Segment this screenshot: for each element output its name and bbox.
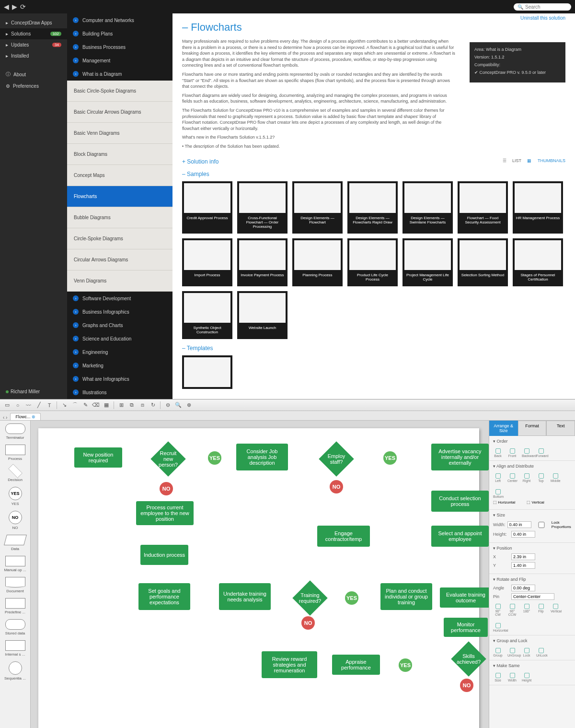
category-item[interactable]: ›Business Processes bbox=[67, 40, 172, 54]
props-action-icon[interactable]: ▢Top bbox=[536, 471, 546, 482]
flowchart-process[interactable]: Appraise performance bbox=[332, 655, 380, 675]
view-thumbs-button[interactable]: ▦ THUMBNAILS bbox=[527, 158, 565, 163]
x-input[interactable] bbox=[511, 553, 535, 560]
props-action-icon[interactable]: ▢Lock bbox=[522, 646, 531, 657]
flowchart-decision[interactable]: Skills achieved? bbox=[451, 641, 486, 677]
table-tool-icon[interactable]: ▦ bbox=[103, 402, 110, 409]
nav-forward-icon[interactable]: ▶ bbox=[12, 3, 17, 11]
nav-preferences[interactable]: ⚙ Preferences bbox=[0, 81, 67, 92]
sample-thumb[interactable]: Design Elements — Flowchart bbox=[292, 181, 343, 234]
props-action-icon[interactable]: ▢Center bbox=[507, 471, 517, 482]
palette-shape[interactable]: YESYES bbox=[3, 487, 27, 506]
flowchart-process[interactable]: Conduct selection process bbox=[431, 491, 489, 512]
props-tab[interactable]: Text bbox=[546, 421, 575, 436]
flowchart-process[interactable]: Advertise vacancy internally and/or exte… bbox=[431, 444, 489, 470]
sample-thumb[interactable]: Import Process bbox=[182, 238, 232, 286]
lock-proportions-checkbox[interactable] bbox=[533, 522, 550, 528]
eraser-tool-icon[interactable]: ⌫ bbox=[92, 402, 99, 409]
palette-shape[interactable]: Process bbox=[3, 445, 27, 461]
nav-item[interactable]: ▸Installed bbox=[0, 50, 67, 61]
zoom-out-icon[interactable]: ⊖ bbox=[164, 402, 171, 409]
palette-shape[interactable]: Data bbox=[3, 535, 27, 551]
width-input[interactable] bbox=[507, 521, 531, 528]
sample-thumb[interactable]: Project Management Life Cycle bbox=[402, 238, 453, 286]
subcategory-item[interactable]: Block Diagrams bbox=[67, 144, 172, 165]
flowchart-process[interactable]: Select and appoint employee bbox=[431, 526, 489, 547]
sample-thumb[interactable]: Synthetic Object Construction bbox=[182, 291, 232, 339]
y-input[interactable] bbox=[511, 562, 535, 569]
sample-thumb[interactable]: Selection Sorting Method bbox=[458, 238, 508, 286]
category-item[interactable]: ›Business Infographics bbox=[67, 305, 172, 318]
flowchart-connector[interactable]: NO bbox=[330, 480, 343, 493]
pointer-tool-icon[interactable]: ▭ bbox=[4, 402, 11, 409]
props-action-icon[interactable]: ▢Back bbox=[493, 446, 503, 458]
category-item[interactable]: ›Building Plans bbox=[67, 27, 172, 40]
category-item[interactable]: ›Illustrations bbox=[67, 386, 172, 399]
flowchart-process[interactable]: Review reward strategies and remuneratio… bbox=[262, 651, 317, 678]
category-item[interactable]: ›Engineering bbox=[67, 345, 172, 359]
templates-header[interactable]: – Templates bbox=[182, 345, 565, 352]
sample-thumb[interactable]: Product Life Cycle Process bbox=[347, 238, 398, 286]
category-item[interactable]: ›What are Infographics bbox=[67, 372, 172, 386]
subcategory-item[interactable]: Basic Circle-Spoke Diagrams bbox=[67, 81, 172, 102]
flowchart-process[interactable]: Plan and conduct individual or group tra… bbox=[380, 583, 432, 610]
sample-thumb[interactable]: Cross-Functional Flowchart — Order Proce… bbox=[237, 181, 288, 234]
text-tool-icon[interactable]: T bbox=[46, 402, 53, 409]
category-item[interactable]: ›Science and Education bbox=[67, 332, 172, 345]
view-list-button[interactable]: ☰ LIST bbox=[503, 158, 521, 163]
props-action-icon[interactable]: ▢Middle bbox=[551, 471, 560, 482]
category-item[interactable]: ›Software Development bbox=[67, 292, 172, 305]
category-item[interactable]: ›Management bbox=[67, 54, 172, 67]
rotate-tool-icon[interactable]: ↻ bbox=[150, 402, 156, 409]
props-action-icon[interactable]: ▢Height bbox=[522, 671, 531, 682]
flowchart-process[interactable]: New position required bbox=[74, 447, 122, 468]
nav-item[interactable]: ▸Solutions102 bbox=[0, 28, 67, 39]
arc-tool-icon[interactable]: ⌒ bbox=[71, 402, 78, 409]
props-action-icon[interactable]: ▢Left bbox=[493, 471, 503, 482]
nav-back-icon[interactable]: ◀ bbox=[4, 3, 9, 11]
sample-thumb[interactable]: Planning Process bbox=[292, 238, 343, 286]
subcategory-item[interactable]: Basic Venn Diagrams bbox=[67, 123, 172, 144]
template-thumb[interactable] bbox=[182, 355, 232, 389]
category-item[interactable]: ›Graphs and Charts bbox=[67, 318, 172, 332]
connector-tool-icon[interactable]: ↘ bbox=[61, 402, 68, 409]
flowchart-connector[interactable]: NO bbox=[301, 616, 315, 630]
nav-item[interactable]: ▸ConceptDraw Apps bbox=[0, 17, 67, 28]
ungroup-tool-icon[interactable]: ⧈ bbox=[139, 402, 146, 409]
ellipse-tool-icon[interactable]: ○ bbox=[14, 402, 21, 409]
line-tool-icon[interactable]: ╱ bbox=[35, 402, 42, 409]
document-tab[interactable]: Flowc... ⊗ bbox=[10, 413, 41, 420]
flowchart-process[interactable]: Engage contractor/temp bbox=[317, 526, 370, 547]
sample-thumb[interactable]: Stages of Personnel Certification bbox=[513, 238, 563, 286]
flowchart-process[interactable]: Process current employee to the new posi… bbox=[136, 501, 194, 525]
tab-nav-icon[interactable]: ‹ › bbox=[3, 415, 7, 420]
props-tab[interactable]: Format bbox=[518, 421, 547, 436]
flowchart-process[interactable]: Induction process bbox=[140, 545, 188, 565]
sample-thumb[interactable]: Credit Approval Process bbox=[182, 181, 232, 234]
palette-shape[interactable]: Manual op ... bbox=[3, 556, 27, 572]
props-action-icon[interactable]: ▢Size bbox=[493, 671, 503, 682]
sample-thumb[interactable]: Invoice Payment Process bbox=[237, 238, 288, 286]
sample-thumb[interactable]: Design Elements — Swimlane Flowcharts bbox=[402, 181, 453, 234]
angle-input[interactable] bbox=[511, 585, 535, 591]
flowchart-connector[interactable]: NO bbox=[460, 679, 473, 692]
subcategory-item[interactable]: Basic Circular Arrows Diagrams bbox=[67, 102, 172, 123]
nav-item[interactable]: ▸Updates34 bbox=[0, 39, 67, 50]
flowchart-connector[interactable]: YES bbox=[399, 658, 412, 672]
subcategory-item[interactable]: Circle-Spoke Diagrams bbox=[67, 228, 172, 249]
sample-thumb[interactable]: Design Elements — Flowcharts Rapid Draw bbox=[347, 181, 398, 234]
samples-header[interactable]: – Samples bbox=[182, 171, 565, 177]
props-action-icon[interactable]: ▢Backward bbox=[522, 446, 531, 458]
palette-shape[interactable]: Decision bbox=[3, 466, 27, 482]
flowchart-decision[interactable]: Training required? bbox=[292, 580, 328, 616]
flowchart-decision[interactable]: Employ staff? bbox=[319, 441, 354, 477]
flowchart-connector[interactable]: YES bbox=[383, 451, 397, 465]
props-action-icon[interactable]: ▢Horizontal bbox=[493, 621, 503, 632]
props-tab[interactable]: Arrange & Size bbox=[489, 421, 518, 436]
category-item[interactable]: ›Marketing bbox=[67, 359, 172, 372]
flowchart-process[interactable]: Consider Job analysis Job description bbox=[236, 444, 288, 470]
tab-close-icon[interactable]: ⊗ bbox=[32, 414, 35, 419]
props-action-icon[interactable]: ▢UnLock bbox=[536, 646, 546, 657]
sample-thumb[interactable]: Flowchart — Food Security Assessment bbox=[458, 181, 508, 234]
props-action-icon[interactable]: ▢Group bbox=[493, 646, 503, 657]
